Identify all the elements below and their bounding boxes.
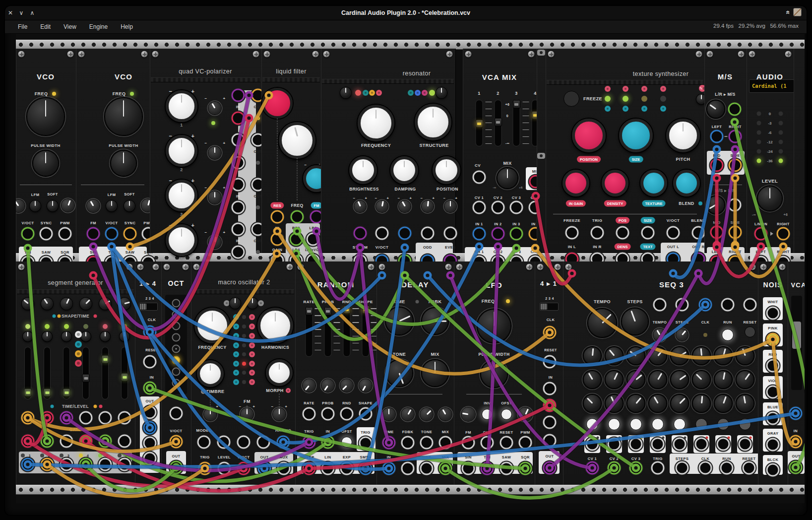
port-jack[interactable] [766, 438, 780, 452]
menu-edit[interactable]: Edit [40, 23, 51, 30]
port-jack[interactable] [473, 201, 486, 214]
slide-switch[interactable] [540, 303, 559, 311]
port-jack[interactable] [586, 461, 599, 475]
button[interactable] [739, 418, 751, 430]
knob[interactable] [22, 298, 34, 310]
knob[interactable] [27, 98, 64, 135]
port-jack[interactable] [237, 462, 250, 475]
port-jack[interactable] [510, 227, 523, 241]
knob[interactable] [208, 102, 221, 115]
knob[interactable] [602, 170, 628, 196]
knob[interactable] [41, 298, 53, 310]
port-jack[interactable] [321, 407, 335, 421]
port-jack[interactable] [676, 298, 689, 312]
radio-option[interactable] [172, 299, 181, 308]
button[interactable] [586, 418, 598, 430]
knob[interactable] [166, 180, 197, 211]
port-jack[interactable] [21, 435, 35, 448]
knob[interactable] [257, 308, 293, 343]
port-jack[interactable] [510, 201, 523, 214]
port-jack[interactable] [271, 233, 284, 246]
knob[interactable] [606, 347, 623, 364]
port-jack[interactable] [271, 210, 284, 224]
button[interactable] [722, 329, 734, 341]
knob[interactable] [106, 200, 117, 211]
port-jack[interactable] [739, 438, 752, 451]
knob[interactable] [105, 98, 142, 135]
knob[interactable] [208, 236, 221, 249]
port-jack[interactable] [728, 103, 742, 116]
port-jack[interactable] [170, 435, 183, 449]
knob[interactable] [194, 308, 230, 343]
knob[interactable] [619, 119, 653, 152]
port-jack[interactable] [321, 462, 335, 475]
slider[interactable] [63, 347, 69, 399]
knob[interactable] [715, 371, 732, 388]
button[interactable] [608, 418, 620, 430]
knob[interactable] [649, 371, 666, 388]
knob[interactable] [707, 196, 724, 213]
port-jack[interactable] [673, 438, 687, 451]
port-jack[interactable] [462, 436, 475, 450]
port-jack[interactable] [543, 434, 557, 448]
port-jack[interactable] [420, 462, 434, 475]
port-jack[interactable] [789, 461, 803, 474]
knob[interactable] [693, 347, 710, 364]
button[interactable] [501, 409, 512, 420]
port-jack[interactable] [398, 227, 412, 240]
port-jack[interactable] [41, 435, 54, 448]
port-jack[interactable] [439, 462, 452, 475]
knob[interactable] [518, 407, 532, 421]
knob[interactable] [166, 224, 197, 256]
port-jack[interactable] [79, 458, 93, 471]
port-jack[interactable] [401, 436, 415, 450]
port-jack[interactable] [291, 210, 304, 224]
knob[interactable] [640, 170, 667, 196]
port-jack[interactable] [543, 399, 557, 412]
radio-option[interactable] [172, 356, 181, 365]
port-jack[interactable] [586, 438, 599, 451]
knob[interactable] [671, 347, 688, 364]
module-random[interactable] [295, 261, 377, 485]
port-jack[interactable] [565, 226, 579, 240]
knob[interactable] [30, 200, 41, 211]
port-jack[interactable] [543, 382, 557, 395]
knob[interactable] [386, 360, 412, 386]
slider[interactable] [495, 100, 501, 146]
port-jack[interactable] [307, 233, 320, 246]
port-jack[interactable] [695, 438, 708, 451]
knob[interactable] [124, 200, 135, 211]
knob[interactable] [627, 347, 644, 364]
knob[interactable] [758, 187, 782, 210]
knob[interactable] [247, 298, 258, 309]
port-jack[interactable] [766, 359, 780, 373]
port-jack[interactable] [277, 436, 290, 449]
port-jack[interactable] [717, 438, 730, 451]
port-jack[interactable] [382, 436, 396, 450]
port-jack[interactable] [321, 436, 335, 449]
knob[interactable] [737, 395, 753, 412]
slider[interactable] [25, 347, 31, 399]
knob[interactable] [433, 156, 460, 184]
port-jack[interactable] [653, 298, 667, 312]
slider[interactable] [44, 347, 50, 399]
port-jack[interactable] [744, 298, 757, 312]
port-jack[interactable] [143, 325, 157, 339]
knob[interactable] [673, 170, 700, 196]
slide-switch[interactable] [139, 303, 158, 311]
knob[interactable] [273, 408, 286, 421]
radio-option[interactable] [172, 379, 181, 388]
knob[interactable] [715, 395, 732, 412]
button[interactable] [341, 437, 352, 448]
knob[interactable] [23, 331, 33, 341]
knob[interactable] [622, 309, 648, 334]
port-jack[interactable] [59, 227, 72, 241]
knob[interactable] [42, 331, 52, 341]
radio-option[interactable] [172, 311, 181, 319]
port-jack[interactable] [382, 462, 396, 475]
tray-icon[interactable] [793, 8, 802, 16]
port-jack[interactable] [232, 133, 245, 147]
port-jack[interactable] [354, 227, 367, 240]
knob[interactable] [627, 371, 644, 388]
port-jack[interactable] [492, 227, 505, 241]
